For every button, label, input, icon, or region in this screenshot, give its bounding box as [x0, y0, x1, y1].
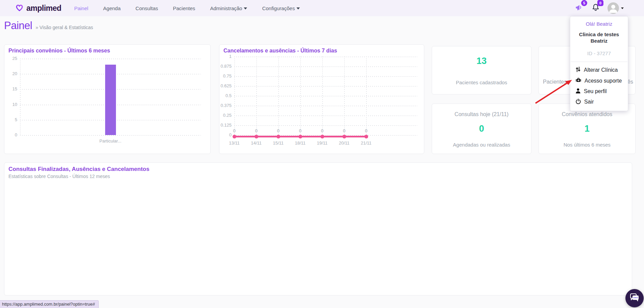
announcements-count-badge: 5	[581, 0, 587, 6]
stat-card-pacientes-cadastrados: 13 Pacientes cadastrados	[432, 46, 531, 94]
chevron-down-icon	[296, 7, 300, 9]
data-point	[364, 135, 368, 138]
covered-text-fragment-left: Pacientes	[543, 79, 567, 85]
heart-logo-icon	[15, 3, 24, 14]
stat-card-consultas-hoje: Consultas hoje (21/11) 0 Agendadas ou re…	[432, 104, 531, 154]
section-title: Consultas Finalizadas, Ausências e Cance…	[8, 166, 149, 173]
y-axis-tick-label: 0.75	[217, 73, 232, 79]
menu-item-seu-perfil[interactable]: Seu perfil	[570, 86, 628, 97]
y-gridline	[20, 135, 201, 136]
nav-item-agenda[interactable]: Agenda	[103, 5, 121, 11]
y-gridline	[234, 115, 417, 116]
card-consultas-finalizadas: Consultas Finalizadas, Ausências e Cance…	[4, 162, 632, 295]
clinic-name: Clinica de testes Beatriz	[570, 31, 628, 44]
data-point-label: 0	[275, 128, 282, 133]
y-gridline	[234, 76, 417, 77]
y-axis-tick-label: 0.375	[217, 103, 232, 108]
swap-vertical-icon	[575, 66, 581, 74]
x-gridline	[256, 57, 257, 135]
nav-item-administracao[interactable]: Administração	[210, 5, 247, 11]
chat-bubbles-icon	[629, 292, 640, 304]
y-axis-tick-label: 25	[2, 56, 17, 61]
y-gridline	[234, 125, 417, 126]
data-point-label: 0	[253, 128, 260, 133]
menu-item-alterar-clinica[interactable]: Alterar Clínica	[570, 65, 628, 75]
y-axis-tick-label: 0.5	[217, 93, 232, 98]
notifications-count-badge: 0	[597, 0, 603, 6]
data-point-label: 0	[297, 128, 304, 133]
x-gridline	[278, 57, 279, 135]
user-avatar-button[interactable]	[607, 2, 624, 14]
covered-text-fragment-right: ês	[627, 79, 633, 85]
y-gridline	[234, 66, 417, 67]
y-axis-tick-label: 1	[217, 54, 232, 59]
data-point-label: 0	[363, 128, 369, 133]
stat-label: Pacientes cadastrados	[432, 80, 531, 85]
nav-item-configuracoes[interactable]: Configurações	[262, 5, 300, 11]
notifications-button[interactable]: 0	[591, 3, 600, 13]
y-gridline	[234, 57, 417, 57]
card-principais-convenios: Principais convênios - Últimos 6 meses 2…	[4, 44, 211, 154]
section-subtitle: Estatísticas sobre Consultas - Últimos 1…	[8, 174, 110, 179]
stat-value: 0	[432, 124, 531, 134]
megaphone-icon	[575, 7, 584, 13]
bar-particular	[105, 65, 116, 135]
data-point	[277, 135, 280, 138]
x-axis-tick-label: 21/11	[353, 140, 380, 146]
menu-items: Alterar Clínica Acesso suporte	[570, 62, 628, 111]
top-navbar: amplimed Painel Agenda Consultas Pacient…	[0, 0, 644, 16]
y-axis-tick-label: 0.875	[217, 64, 232, 69]
card-cancelamentos-ausencias: Cancelamentos e ausências - Últimos 7 di…	[219, 44, 424, 154]
chevron-down-icon	[621, 7, 624, 9]
clinic-id: ID - 37277	[570, 50, 628, 56]
amplimed-logo[interactable]: amplimed	[15, 3, 61, 14]
x-gridline	[322, 57, 323, 135]
support-kit-icon	[575, 77, 581, 85]
nav-item-painel[interactable]: Painel	[74, 5, 88, 11]
y-axis-tick-label: 5	[2, 117, 17, 122]
x-axis-tick-label: Particular...	[97, 138, 124, 144]
data-point	[233, 135, 236, 138]
data-point-label: 0	[341, 128, 348, 133]
stat-label: Agendadas ou realizadas	[432, 142, 531, 148]
x-gridline	[344, 57, 345, 135]
chart-title-convenios: Principais convênios - Últimos 6 meses	[8, 48, 110, 54]
stat-value: 13	[432, 56, 531, 66]
data-point-label: 0	[231, 128, 238, 133]
page-title: Painel	[4, 20, 32, 32]
bell-icon	[591, 7, 600, 13]
chart-title-cancelamentos: Cancelamentos e ausências - Últimos 7 di…	[223, 48, 337, 54]
browser-status-url: https://app.amplimed.com.br/painel?optin…	[0, 300, 99, 308]
data-point	[320, 135, 324, 138]
nav-item-pacientes[interactable]: Pacientes	[173, 5, 195, 11]
y-axis-tick-label: 0.125	[217, 123, 232, 128]
user-dropdown-menu: Olá! Beatriz Clinica de testes Beatriz I…	[570, 16, 628, 111]
y-axis-line	[20, 59, 21, 135]
y-gridline	[234, 96, 417, 96]
menu-item-acesso-suporte[interactable]: Acesso suporte	[570, 75, 628, 86]
stat-label: Nos últimos 6 meses	[539, 142, 635, 148]
main-navigation: Painel Agenda Consultas Pacientes Admini…	[74, 5, 300, 11]
stat-title: Consultas hoje (21/11)	[432, 111, 531, 117]
power-icon	[575, 98, 581, 106]
stat-card-convenios-atendidos: Convênios atendidos 1 Nos últimos 6 mese…	[539, 104, 636, 154]
stat-value: 1	[539, 124, 635, 134]
stat-title: Convênios atendidos	[539, 111, 635, 117]
page-header: Painel » Visão geral & Estatísticas	[4, 20, 93, 32]
announcements-button[interactable]: 5	[575, 3, 584, 13]
data-point-label: 0	[319, 128, 326, 133]
user-icon	[575, 88, 581, 95]
y-axis-tick-label: 10	[2, 102, 17, 107]
y-axis-tick-label: 0	[217, 132, 232, 137]
nav-item-consultas[interactable]: Consultas	[136, 5, 158, 11]
avatar	[607, 2, 619, 14]
logo-wordmark: amplimed	[26, 4, 61, 13]
x-gridline	[300, 57, 301, 135]
x-gridline	[234, 57, 235, 135]
y-gridline	[234, 106, 417, 106]
chevron-down-icon	[244, 7, 247, 9]
data-point	[342, 135, 346, 138]
menu-item-sair[interactable]: Sair	[570, 97, 628, 107]
y-axis-tick-label: 15	[2, 86, 17, 91]
chat-widget-button[interactable]	[625, 289, 644, 307]
